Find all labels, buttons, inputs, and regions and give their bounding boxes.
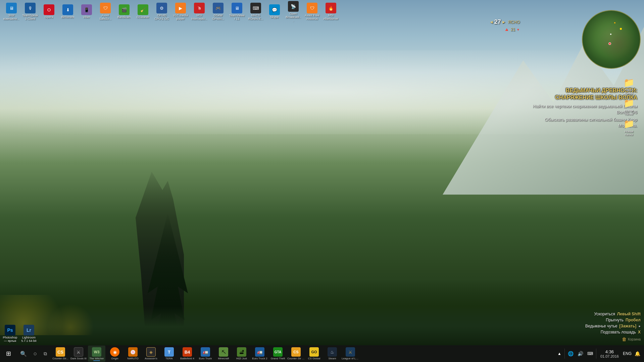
cortana-button[interactable]: ○ <box>30 345 40 362</box>
photoshop-label: Photoshop — ярлык <box>2 336 18 343</box>
desktop-icon-obs[interactable]: 📡Open Broadcast... <box>285 0 302 23</box>
desktop-icon-msi-intercept[interactable]: 🖱MSI Intercepto... <box>191 2 208 21</box>
notification-button[interactable]: 🔔 <box>634 350 641 357</box>
desktop-icon-bittorrent[interactable]: ⬇BitTorrent <box>59 4 77 20</box>
cs-symbol: CS <box>57 350 63 355</box>
desktop-icon-opera[interactable]: OOpera <box>40 4 58 20</box>
darksouls-app-label: Dark Souls III <box>70 357 87 360</box>
jump-label: Прыгнуть <box>606 318 624 322</box>
taskbar-app-ets[interactable]: 🚛 Euro Truck <box>197 346 214 362</box>
new-folder-1[interactable]: 📁 Новая папка <box>617 77 641 95</box>
bittorrent-icon: ⬇ <box>62 4 73 15</box>
comp-icon: 🖥 <box>6 3 17 13</box>
tray-chevron[interactable]: ▲ <box>556 351 562 357</box>
avast-safe-icon: 🛡 <box>100 3 111 13</box>
desktop-icon-teamviewer[interactable]: 🖥TeamViewer 11 <box>228 2 246 21</box>
desktop-icon-macs-ronin[interactable]: ⌨MACS RONIN E... <box>247 2 264 21</box>
hizi-app-label: HIZI Just <box>236 357 247 360</box>
new-folder-2[interactable]: 📁 Новая папка <box>617 98 641 116</box>
folder-3-label: Новая папка <box>620 130 638 137</box>
cortana-icon: ○ <box>34 350 37 357</box>
taskbar-app-naruto[interactable]: 🍥 NARUTO <box>124 346 142 362</box>
naruto-app-icon: 🍥 <box>128 347 138 357</box>
taskbar-app-tera[interactable]: T TERA <box>160 346 178 362</box>
new-folder-3[interactable]: 📁 Новая папка <box>617 119 641 137</box>
macs-ronin-label: MACS RONIN E... <box>248 14 264 21</box>
macs-ronin-icon: ⌨ <box>250 3 261 13</box>
desktop-icon-viber[interactable]: 📱Viber <box>78 4 95 20</box>
lightroom-label: Lightroom 5.7.1 64-bit <box>21 336 37 343</box>
desktop-icon-msi-afterburn[interactable]: 🔥MSI Afterburner <box>322 2 340 21</box>
counterstrike-app-icon: CS <box>56 347 65 357</box>
taskbar-app-steam[interactable]: ♨ Steam <box>324 346 341 362</box>
comp-label: Этот компьюте... <box>3 14 19 21</box>
task-view-button[interactable]: ⧉ <box>40 345 50 362</box>
search-button[interactable]: 🔍 <box>17 345 30 362</box>
top-desktop-icons: 🖥Этот компьюте...🎙TeamSpeak 3 ClientOOpe… <box>0 0 644 23</box>
desktop-icon-bandicam[interactable]: 🎬Bandicam <box>115 4 133 20</box>
lol-app-icon: ⚔ <box>346 347 355 357</box>
desktop-icon-vlc[interactable]: ▶VLC media player <box>172 2 189 21</box>
start-button[interactable]: ⊞ <box>0 345 17 362</box>
witcher-app-label: The Witcher <box>89 357 104 360</box>
sprint-key: Левый Shift <box>617 312 641 316</box>
minecraft-app-icon: ⛏ <box>219 347 228 357</box>
lol-symbol: ⚔ <box>348 350 352 355</box>
minimap-marker <box>620 28 622 30</box>
desktop-icon-skype[interactable]: 💬Skype <box>266 4 283 20</box>
taskbar-app-witcher[interactable]: W3 The Witcher <box>88 346 105 362</box>
desktop-icon-ccleaner[interactable]: 🧹CCleaner <box>134 4 152 20</box>
taskbar-app-csgo[interactable]: GO CS Global <box>305 346 323 362</box>
taskbar-app-gta[interactable]: GTA Grand Theft <box>269 346 287 362</box>
ets2-app-label: Euro Truck 2 <box>252 357 267 360</box>
taskbar-app-assassins[interactable]: ◈ Assassin's <box>142 346 160 362</box>
vlc-icon: ▶ <box>175 3 186 13</box>
ccleaner-icon: 🧹 <box>138 4 148 15</box>
desktop-icon-teamspeak3[interactable]: 🎙TeamSpeak 3 Client <box>21 2 39 21</box>
taskbar-app-cs16[interactable]: CS Counter-Str 1.6 <box>287 346 305 362</box>
avast-av-label: Avast Free Antivirus <box>304 14 320 21</box>
desktop-icon-avast-av[interactable]: 🛡Avast Free Antivirus <box>303 2 321 21</box>
origin-app-label: Origin <box>111 357 118 360</box>
taskbar-app-origin[interactable]: ◉ Origin <box>106 346 123 362</box>
ets2-app-icon: 🚛 <box>255 347 264 357</box>
desktop-icon-comp[interactable]: 🖥Этот компьюте... <box>3 2 20 21</box>
taskbar-app-counterstrike[interactable]: CS Counter-Str... <box>52 346 69 362</box>
photoshop-icon[interactable]: Ps Photoshop — ярлык <box>1 324 19 344</box>
tray-volume[interactable]: 🔊 <box>577 350 584 357</box>
teamviewer-icon: 🖥 <box>232 3 242 13</box>
assassins-app-label: Assassin's <box>145 357 157 360</box>
taskbar-app-darksouls[interactable]: ⚔ Dark Souls III <box>70 346 87 362</box>
tray-network[interactable]: 🌐 <box>567 350 575 357</box>
control-senses: Ведьмачье чутье [Зажать] ● <box>585 324 641 328</box>
taskbar: ⊞ 🔍 ○ ⧉ CS Counter-Str... ⚔ Dark Souls I… <box>0 345 644 362</box>
taskbar-app-ets2[interactable]: 🚛 Euro Truck 2 <box>251 346 268 362</box>
taskbar-app-bf4[interactable]: B4 Battlefield 4 <box>179 346 196 362</box>
tray-separator <box>564 349 565 359</box>
taskbar-app-hizi[interactable]: 🏕 HIZI Just <box>233 346 250 362</box>
tera-symbol: T <box>168 350 170 355</box>
msi-intercept-label: MSI Intercepto... <box>191 14 207 21</box>
control-horse: Подозвать лошадь X <box>585 330 641 334</box>
toxicity-value: 21 <box>511 27 515 32</box>
notification-icon: 🔔 <box>635 351 640 356</box>
hizi-symbol: 🏕 <box>240 350 244 355</box>
tera-app-label: TERA <box>165 357 172 360</box>
viber-label: Viber <box>83 16 90 19</box>
horse-label: Подозвать лошадь <box>601 330 636 334</box>
lightroom-icon[interactable]: Lr Lightroom 5.7.1 64-bit <box>20 324 38 344</box>
desktop-icon-ds4[interactable]: 🎮DS4W GPWin... <box>209 2 227 21</box>
desktop-icon-cpuid[interactable]: ⚙CPUID CPU-Z OC <box>153 2 170 21</box>
clock[interactable]: 4:36 01.07.2016 <box>598 349 621 359</box>
bf4-app-icon: B4 <box>183 347 192 357</box>
cpuid-label: CPUID CPU-Z OC <box>154 14 170 21</box>
taskbar-app-minecraft[interactable]: ⛏ Minecraft <box>215 346 232 362</box>
senses-label: Ведьмачье чутье <box>585 324 617 328</box>
assassins-app-icon: ◈ <box>146 347 156 357</box>
ets-symbol: 🚛 <box>203 350 208 355</box>
tray-keyboard[interactable]: ⌨ <box>586 351 594 357</box>
language-indicator[interactable]: ENG <box>623 351 632 356</box>
taskbar-app-lol[interactable]: ⚔ League of Legends <box>342 346 359 362</box>
avast-av-icon: 🛡 <box>307 3 317 13</box>
desktop-icon-avast-safe[interactable]: 🛡Avast SafeZo... <box>97 2 114 21</box>
